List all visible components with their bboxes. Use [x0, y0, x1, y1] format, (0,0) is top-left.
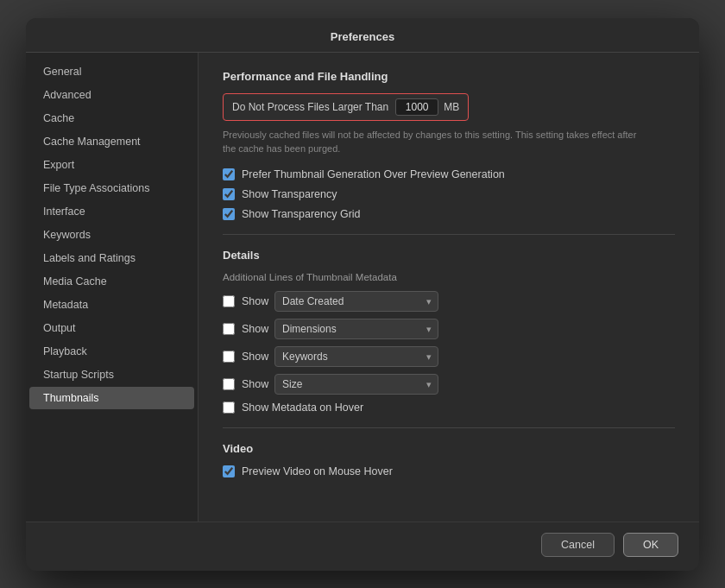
select-wrapper-4: Date Created Dimensions Keywords Size Fi…: [274, 374, 438, 395]
sidebar-item-cache-management[interactable]: Cache Management: [29, 130, 194, 153]
file-size-input[interactable]: [395, 98, 438, 116]
select-wrapper-3: Date Created Dimensions Keywords Size Fi…: [274, 346, 438, 367]
preview-video-label[interactable]: Preview Video on Mouse Hover: [242, 465, 393, 477]
details-section: Details Additional Lines of Thumbnail Me…: [223, 249, 675, 414]
cancel-button[interactable]: Cancel: [541, 533, 615, 557]
show-transparency-grid-row: Show Transparency Grid: [223, 208, 675, 220]
preferences-dialog: Preferences GeneralAdvancedCacheCache Ma…: [26, 18, 699, 571]
sidebar-item-media-cache[interactable]: Media Cache: [29, 270, 194, 293]
metadata-checkbox-1[interactable]: [223, 295, 235, 307]
hint-text: Previously cached files will not be affe…: [223, 128, 646, 156]
metadata-select-3[interactable]: Date Created Dimensions Keywords Size Fi…: [274, 346, 438, 367]
sidebar-item-keywords[interactable]: Keywords: [29, 224, 194, 246]
sidebar-item-playback[interactable]: Playback: [29, 340, 194, 363]
show-transparency-grid-label[interactable]: Show Transparency Grid: [242, 208, 361, 220]
sidebar-item-thumbnails[interactable]: Thumbnails: [29, 387, 194, 409]
dialog-footer: Cancel OK: [26, 522, 699, 571]
file-size-unit: MB: [444, 101, 459, 113]
sidebar-item-interface[interactable]: Interface: [29, 200, 194, 223]
ok-button[interactable]: OK: [623, 533, 678, 557]
show-transparency-checkbox[interactable]: [223, 188, 235, 200]
metadata-checkbox-4[interactable]: [223, 378, 235, 390]
prefer-thumbnail-checkbox[interactable]: [223, 168, 235, 180]
sidebar-item-metadata[interactable]: Metadata: [29, 294, 194, 316]
sidebar-item-advanced[interactable]: Advanced: [29, 84, 194, 106]
dialog-title: Preferences: [26, 18, 699, 53]
prefer-thumbnail-label[interactable]: Prefer Thumbnail Generation Over Preview…: [242, 168, 505, 180]
show-label-2: Show: [242, 323, 268, 335]
metadata-row-4: Show Date Created Dimensions Keywords Si…: [223, 374, 675, 395]
metadata-checkbox-3[interactable]: [223, 351, 235, 363]
details-section-title: Details: [223, 249, 675, 262]
sidebar-item-cache[interactable]: Cache: [29, 107, 194, 130]
metadata-row-2: Show Date Created Dimensions Keywords Si…: [223, 319, 675, 339]
preview-video-checkbox[interactable]: [223, 465, 235, 477]
sidebar-item-startup-scripts[interactable]: Startup Scripts: [29, 364, 194, 386]
show-transparency-row: Show Transparency: [223, 188, 675, 200]
file-size-label: Do Not Process Files Larger Than: [232, 101, 388, 113]
main-content: Performance and File Handling Do Not Pro…: [199, 53, 699, 522]
show-metadata-hover-checkbox[interactable]: [223, 401, 235, 414]
metadata-select-4[interactable]: Date Created Dimensions Keywords Size Fi…: [274, 374, 438, 395]
metadata-row-1: Show Date Created Dimensions Keywords Si…: [223, 291, 675, 312]
show-label-1: Show: [242, 295, 268, 307]
metadata-select-2[interactable]: Date Created Dimensions Keywords Size Fi…: [274, 319, 438, 339]
metadata-checkbox-2[interactable]: [223, 323, 235, 335]
sidebar-item-labels-and-ratings[interactable]: Labels and Ratings: [29, 247, 194, 269]
select-wrapper-1: Date Created Dimensions Keywords Size Fi…: [274, 291, 438, 312]
prefer-thumbnail-row: Prefer Thumbnail Generation Over Preview…: [223, 168, 675, 180]
video-section-title: Video: [223, 442, 675, 455]
video-section: Video Preview Video on Mouse Hover: [223, 442, 675, 477]
details-sub-label: Additional Lines of Thumbnail Metadata: [223, 272, 675, 282]
divider-2: [223, 427, 675, 428]
show-label-4: Show: [242, 378, 268, 390]
show-metadata-hover-label[interactable]: Show Metadata on Hover: [242, 401, 363, 414]
select-wrapper-2: Date Created Dimensions Keywords Size Fi…: [274, 319, 438, 339]
sidebar-item-output[interactable]: Output: [29, 317, 194, 339]
performance-section-title: Performance and File Handling: [223, 70, 675, 83]
metadata-select-1[interactable]: Date Created Dimensions Keywords Size Fi…: [274, 291, 438, 312]
show-label-3: Show: [242, 351, 268, 363]
metadata-row-3: Show Date Created Dimensions Keywords Si…: [223, 346, 675, 367]
dialog-body: GeneralAdvancedCacheCache ManagementExpo…: [26, 53, 699, 522]
sidebar: GeneralAdvancedCacheCache ManagementExpo…: [26, 53, 199, 522]
sidebar-item-general[interactable]: General: [29, 60, 194, 83]
sidebar-item-export[interactable]: Export: [29, 154, 194, 176]
preview-video-row: Preview Video on Mouse Hover: [223, 465, 675, 477]
sidebar-item-file-type-associations[interactable]: File Type Associations: [29, 177, 194, 199]
show-metadata-hover-row: Show Metadata on Hover: [223, 401, 675, 414]
divider-1: [223, 234, 675, 235]
file-size-row: Do Not Process Files Larger Than MB: [223, 93, 469, 121]
show-transparency-label[interactable]: Show Transparency: [242, 188, 337, 200]
show-transparency-grid-checkbox[interactable]: [223, 208, 235, 220]
